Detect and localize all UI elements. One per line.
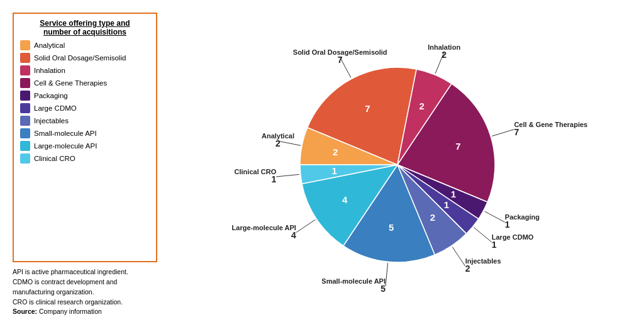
slice-value: 7 xyxy=(455,141,460,152)
legend-swatch xyxy=(20,128,30,138)
legend-label: Large CDMO xyxy=(34,104,77,112)
legend-label: Cell & Gene Therapies xyxy=(34,79,107,87)
legend-swatch xyxy=(20,40,30,50)
slice-external-value: 5 xyxy=(380,284,386,294)
legend-label: Clinical CRO xyxy=(34,155,75,162)
slice-label: Small-molecule API xyxy=(321,277,386,285)
legend-swatch xyxy=(20,153,30,164)
legend-label: Small-molecule API xyxy=(34,130,97,137)
slice-value: 1 xyxy=(444,199,449,210)
slice-external-value: 2 xyxy=(275,138,280,148)
footnote: API is active pharmaceutical ingredient. xyxy=(13,267,157,277)
legend-item: Analytical xyxy=(20,40,150,50)
legend-label: Injectables xyxy=(34,117,69,125)
legend-item: Large CDMO xyxy=(20,103,150,113)
slice-value: 2 xyxy=(430,212,435,223)
legend-label: Large-molecule API xyxy=(34,142,97,150)
legend-item: Large-molecule API xyxy=(20,141,150,151)
legend-item: Small-molecule API xyxy=(20,128,150,138)
slice-label: Injectables xyxy=(465,257,501,265)
slice-label: Cell & Gene Therapies xyxy=(514,121,587,128)
slice-value: 7 xyxy=(365,103,370,114)
label-line xyxy=(276,174,299,177)
label-line xyxy=(386,263,388,286)
slice-value: 1 xyxy=(332,165,337,176)
legend-swatch xyxy=(20,65,30,75)
slice-label: Packaging xyxy=(505,213,540,221)
slice-value: 5 xyxy=(389,222,394,233)
label-line xyxy=(484,211,504,222)
slice-label: Large-molecule API xyxy=(232,224,296,231)
legend-label: Packaging xyxy=(34,92,68,99)
slice-value: 4 xyxy=(342,194,348,205)
legend-box: Service offering type andnumber of acqui… xyxy=(13,13,157,262)
slice-external-value: 7 xyxy=(338,55,343,65)
slice-external-value: 7 xyxy=(514,127,519,137)
label-line xyxy=(452,247,465,267)
footnote: CRO is clinical research organization. xyxy=(13,297,157,308)
slice-external-value: 1 xyxy=(505,219,510,230)
left-panel: Service offering type andnumber of acqui… xyxy=(13,13,157,317)
legend-label: Inhalation xyxy=(34,67,65,74)
label-line xyxy=(296,219,316,232)
slice-external-value: 1 xyxy=(271,174,276,184)
footnotes: API is active pharmaceutical ingredient.… xyxy=(13,267,157,317)
legend-item: Packaging xyxy=(20,91,150,101)
legend-item: Injectables xyxy=(20,116,150,126)
footnote: CDMO is contract development and manufac… xyxy=(13,277,157,297)
legend-swatch xyxy=(20,103,30,113)
legend-item: Solid Oral Dosage/Semisolid xyxy=(20,53,150,63)
legend-swatch xyxy=(20,141,30,151)
legend-item: Inhalation xyxy=(20,65,150,75)
slice-value: 2 xyxy=(333,147,338,157)
slice-value: 1 xyxy=(451,189,456,199)
slice-label: Large CDMO xyxy=(492,233,534,241)
legend-swatch xyxy=(20,91,30,101)
footnote: Source: Company information xyxy=(13,307,157,317)
slice-external-value: 4 xyxy=(291,230,296,240)
chart-area: 2727112541Analytical2Solid Oral Dosage/S… xyxy=(164,13,631,317)
legend-item: Cell & Gene Therapies xyxy=(20,78,150,88)
legend-swatch xyxy=(20,53,30,63)
slice-external-value: 2 xyxy=(465,264,470,274)
legend-label: Solid Oral Dosage/Semisolid xyxy=(34,54,126,62)
label-line xyxy=(474,228,491,242)
slice-external-value: 2 xyxy=(441,50,447,60)
legend-item: Clinical CRO xyxy=(20,153,150,164)
legend-swatch xyxy=(20,78,30,88)
slice-value: 2 xyxy=(419,101,424,111)
slice-external-value: 1 xyxy=(492,240,497,250)
pie-chart: 2727112541Analytical2Solid Oral Dosage/S… xyxy=(221,33,574,297)
slice-label: Clinical CRO xyxy=(235,168,277,175)
label-line xyxy=(492,130,514,136)
legend-title: Service offering type andnumber of acqui… xyxy=(20,19,150,36)
label-line xyxy=(278,141,301,145)
legend-swatch xyxy=(20,116,30,126)
legend-label: Analytical xyxy=(34,42,65,49)
